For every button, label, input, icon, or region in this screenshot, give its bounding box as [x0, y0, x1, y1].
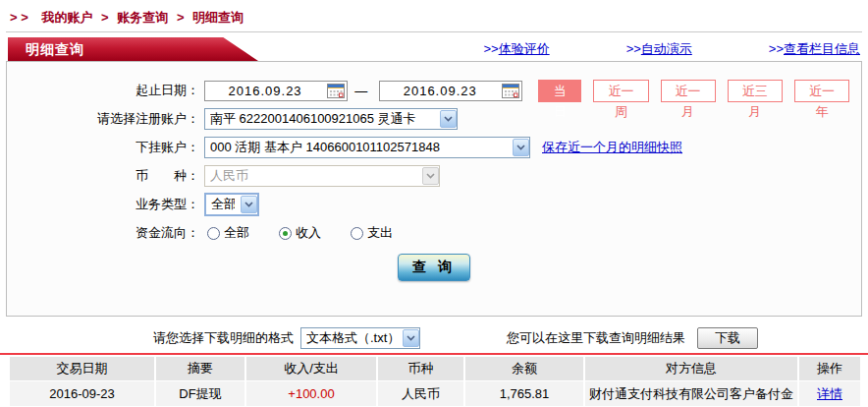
sub-account-row: 下挂账户： 000 活期 基本户 1406600101102571848 保存近…: [7, 136, 861, 159]
sub-account-select[interactable]: 000 活期 基本户 1406600101102571848: [204, 137, 530, 158]
business-type-value: 全部: [211, 196, 235, 213]
chevron-down-icon: [513, 139, 529, 156]
red-divider: [0, 353, 868, 355]
query-panel: 起止日期： 2016.09.23 — 2016.09.23 当日 近一周 近一月…: [6, 61, 862, 317]
breadcrumb-item-account-query[interactable]: 账务查询: [117, 10, 168, 25]
table-header-row: 交易日期 摘要 收入/支出 币种 余额 对方信息 操作: [10, 357, 860, 380]
calendar-icon[interactable]: [325, 83, 347, 99]
register-account-label: 请选择注册账户：: [7, 110, 199, 128]
flow-all-radio[interactable]: 全部: [207, 224, 249, 242]
breadcrumb-item-my-account[interactable]: 我的账户: [41, 10, 92, 25]
tab-row: 明细查询 >>体验评价 >>自动演示 >>查看栏目信息: [0, 37, 868, 61]
flow-expense-radio[interactable]: 支出: [351, 224, 393, 242]
flow-all-label: 全部: [224, 224, 249, 242]
query-button-row: 查 询: [7, 254, 861, 281]
download-hint: 您可以在这里下载查询明细结果: [507, 329, 685, 347]
cell-amount: +100.00: [246, 381, 376, 406]
end-date-value: 2016.09.23: [380, 84, 500, 98]
download-button[interactable]: 下载: [697, 327, 758, 349]
query-button[interactable]: 查 询: [398, 254, 470, 281]
business-type-label: 业务类型：: [7, 196, 199, 213]
breadcrumb: > > 我的账户 > 账务查询 > 明细查询: [0, 0, 868, 25]
range-month-button[interactable]: 近一月: [661, 80, 716, 102]
col-transaction-date: 交易日期: [10, 357, 154, 380]
download-format-label: 请您选择下载明细的格式: [153, 329, 294, 347]
tab-detail-query: 明细查询: [8, 37, 258, 61]
end-date-input[interactable]: 2016.09.23: [379, 81, 522, 101]
radio-icon: [207, 227, 220, 240]
cell-counterparty: 财付通支付科技有限公司客户备付金: [585, 381, 797, 406]
divider: [6, 31, 862, 32]
experience-review-link[interactable]: >>体验评价: [483, 40, 549, 58]
flow-expense-label: 支出: [367, 224, 393, 242]
start-date-value: 2016.09.23: [205, 84, 325, 98]
currency-select: 人民币: [204, 165, 440, 187]
download-format-value: 文本格式（.txt）: [306, 329, 397, 347]
business-type-row: 业务类型： 全部: [7, 193, 861, 216]
range-quarter-button[interactable]: 近三月: [728, 80, 783, 102]
radio-icon: [351, 227, 363, 240]
register-account-value: 南平 6222001406100921065 灵通卡: [210, 110, 434, 128]
cell-balance: 1,765.81: [465, 381, 583, 406]
cell-transaction-date: 2016-09-23: [10, 381, 154, 406]
sub-account-value: 000 活期 基本户 1406600101102571848: [210, 139, 507, 156]
currency-value: 人民币: [210, 167, 416, 185]
col-summary: 摘要: [156, 357, 244, 380]
range-today-button[interactable]: 当日: [538, 80, 581, 102]
detail-link[interactable]: 详情: [817, 386, 842, 401]
register-account-select[interactable]: 南平 6222001406100921065 灵通卡: [204, 108, 458, 130]
start-date-input[interactable]: 2016.09.23: [204, 81, 348, 101]
breadcrumb-prefix: > >: [10, 10, 28, 25]
view-column-info-link[interactable]: >>查看栏目信息: [769, 40, 860, 58]
flow-income-radio[interactable]: 收入: [279, 224, 321, 242]
currency-row: 币 种： 人民币: [7, 164, 861, 188]
fund-flow-label: 资金流向：: [7, 224, 199, 242]
header-links: >>体验评价 >>自动演示 >>查看栏目信息: [483, 40, 860, 58]
breadcrumb-separator: >: [101, 10, 109, 25]
date-dash: —: [354, 84, 367, 98]
chevron-down-icon: [241, 196, 257, 213]
register-account-row: 请选择注册账户： 南平 6222001406100921065 灵通卡: [7, 107, 861, 131]
sub-account-label: 下挂账户：: [7, 139, 199, 156]
save-snapshot-link[interactable]: 保存近一个月的明细快照: [542, 139, 682, 156]
calendar-icon[interactable]: [500, 83, 521, 99]
chevron-down-icon: [403, 329, 419, 347]
col-income-expense: 收入/支出: [246, 357, 376, 380]
breadcrumb-separator: >: [177, 10, 185, 25]
range-year-button[interactable]: 近一年: [794, 80, 849, 102]
cell-summary: DF提现: [156, 381, 244, 406]
col-balance: 余额: [465, 357, 583, 380]
business-type-select[interactable]: 全部: [204, 193, 259, 216]
fund-flow-options: 全部 收入 支出: [207, 224, 422, 242]
radio-checked-icon: [279, 227, 292, 240]
cell-currency: 人民币: [378, 381, 463, 406]
chevron-down-icon: [440, 110, 457, 128]
results-table: 交易日期 摘要 收入/支出 币种 余额 对方信息 操作 2016-09-23 D…: [8, 356, 862, 407]
breadcrumb-item-detail-query[interactable]: 明细查询: [192, 10, 244, 25]
col-action: 操作: [799, 357, 860, 380]
download-row: 请您选择下载明细的格式 文本格式（.txt） 您可以在这里下载查询明细结果 下载: [153, 326, 868, 350]
range-week-button[interactable]: 近一周: [593, 80, 648, 102]
col-currency: 币种: [378, 357, 463, 380]
table-row: 2016-09-23 DF提现 +100.00 人民币 1,765.81 财付通…: [10, 381, 860, 406]
quick-range-buttons: 当日 近一周 近一月 近三月 近一年: [538, 80, 861, 102]
fund-flow-row: 资金流向： 全部 收入 支出: [7, 221, 861, 245]
auto-demo-link[interactable]: >>自动演示: [626, 40, 692, 58]
download-format-select[interactable]: 文本格式（.txt）: [300, 327, 420, 349]
currency-label: 币 种：: [7, 167, 199, 185]
col-counterparty: 对方信息: [585, 357, 797, 380]
flow-income-label: 收入: [296, 224, 321, 242]
chevron-down-icon: [422, 167, 439, 185]
date-range-label: 起止日期：: [7, 82, 199, 99]
date-range-row: 起止日期： 2016.09.23 — 2016.09.23 当日 近一周 近一月…: [7, 79, 861, 102]
